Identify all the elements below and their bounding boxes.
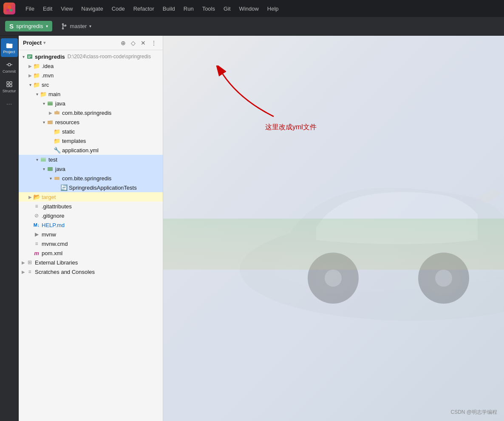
sidebar-item-project[interactable]: Project xyxy=(1,38,18,57)
test-class-icon: 🔄 xyxy=(60,184,67,191)
menu-window[interactable]: Window xyxy=(236,4,262,14)
menu-help[interactable]: Help xyxy=(264,4,282,14)
sidebar-structure-label: Structur xyxy=(3,89,16,94)
file-tree[interactable]: ▾ springredis D:\2024\class-room-code\sp… xyxy=(19,50,163,421)
static-label: static xyxy=(62,128,75,135)
com-bite-arrow: ▶ xyxy=(48,110,54,116)
java-test-label: java xyxy=(55,166,65,172)
svg-point-4 xyxy=(62,28,63,29)
panel-dropdown-icon[interactable]: ▾ xyxy=(43,40,45,45)
tree-java-main[interactable]: ▾ java xyxy=(19,99,163,108)
menu-view[interactable]: View xyxy=(57,4,76,14)
main-arrow: ▾ xyxy=(34,91,40,97)
yaml-file-icon: 🔧 xyxy=(54,147,60,154)
com-bite-label: com.bite.springredis xyxy=(62,110,111,116)
ext-libs-arrow: ▶ xyxy=(20,259,26,265)
tree-pom-xml[interactable]: ▶ m pom.xml xyxy=(19,248,163,258)
tree-java-test[interactable]: ▾ java xyxy=(19,164,163,174)
tree-main[interactable]: ▾ 📁 main xyxy=(19,89,163,99)
menu-build[interactable]: Build xyxy=(159,4,178,14)
panel-action-diamond[interactable]: ◇ xyxy=(129,39,137,47)
yml-label: application.yml xyxy=(62,147,99,154)
mvn-label: .mvn xyxy=(42,72,54,79)
svg-rect-20 xyxy=(41,158,46,162)
panel-actions: ⊕ ◇ ✕ ⋮ xyxy=(119,39,159,47)
tree-com-bite[interactable]: ▶ com.bite.springredis xyxy=(19,108,163,117)
tree-root[interactable]: ▾ springredis D:\2024\class-room-code\sp… xyxy=(19,52,163,61)
menu-git[interactable]: Git xyxy=(220,4,234,14)
tree-resources[interactable]: ▾ resources xyxy=(19,117,163,127)
gitattr-icon: ≡ xyxy=(33,203,40,210)
root-name: springredis xyxy=(35,54,65,60)
tree-templates[interactable]: ▶ 📁 templates xyxy=(19,136,163,145)
menu-code[interactable]: Code xyxy=(108,4,128,14)
tree-mvn[interactable]: ▶ 📁 .mvn xyxy=(19,71,163,80)
src-folder-icon: 📁 xyxy=(33,81,40,88)
ext-libs-icon: ⊞ xyxy=(26,259,33,266)
gitignore-icon: ⊘ xyxy=(33,212,40,219)
mvnw-icon: ▶ xyxy=(33,231,40,238)
menu-run[interactable]: Run xyxy=(180,4,197,14)
gitignore-label: .gitignore xyxy=(42,213,64,219)
svg-rect-15 xyxy=(28,56,31,57)
tree-scratches[interactable]: ▶ ≡ Scratches and Consoles xyxy=(19,267,163,276)
svg-rect-13 xyxy=(7,85,9,87)
tree-mvnw[interactable]: ▶ ▶ mvnw xyxy=(19,230,163,239)
target-label: target xyxy=(42,194,56,200)
sidebar-item-commit[interactable]: Commit xyxy=(1,58,18,77)
idea-arrow: ▶ xyxy=(27,63,33,69)
menu-edit[interactable]: Edit xyxy=(40,4,56,14)
root-path: D:\2024\class-room-code\springredis xyxy=(68,54,151,60)
project-dropdown-icon: ▾ xyxy=(46,24,48,28)
svg-rect-17 xyxy=(48,102,53,105)
tree-gitignore[interactable]: ▶ ⊘ .gitignore xyxy=(19,211,163,220)
tree-idea[interactable]: ▶ 📁 .idea xyxy=(19,61,163,71)
menu-file[interactable]: File xyxy=(22,4,38,14)
menu-navigate[interactable]: Navigate xyxy=(78,4,106,14)
scratches-arrow: ▶ xyxy=(20,269,26,275)
folder-icon xyxy=(5,41,14,49)
project-selector[interactable]: S springredis ▾ xyxy=(5,21,52,31)
menu-tools[interactable]: Tools xyxy=(199,4,218,14)
svg-point-29 xyxy=(435,270,452,287)
idea-label: .idea xyxy=(42,63,54,69)
tree-help-md[interactable]: ▶ M↓ HELP.md xyxy=(19,220,163,230)
panel-action-crosshair[interactable]: ⊕ xyxy=(119,39,127,47)
svg-point-3 xyxy=(62,23,63,25)
help-md-label: HELP.md xyxy=(42,222,65,228)
svg-point-7 xyxy=(8,63,11,66)
tree-gitattributes[interactable]: ▶ ≡ .gitattributes xyxy=(19,202,163,211)
tree-test[interactable]: ▾ test xyxy=(19,155,163,164)
menu-refactor[interactable]: Refactor xyxy=(130,4,158,14)
tree-target[interactable]: ▶ 📂 target xyxy=(19,192,163,202)
test-label: test xyxy=(48,156,57,163)
mvn-folder-icon: 📁 xyxy=(33,72,40,79)
panel-action-menu[interactable]: ⋮ xyxy=(149,39,159,47)
project-panel: Project ▾ ⊕ ◇ ✕ ⋮ ▾ springredis D:\2024\… xyxy=(19,36,163,421)
svg-point-26 xyxy=(325,270,342,287)
project-name: springredis xyxy=(16,23,43,29)
branch-dropdown-icon: ▾ xyxy=(89,24,91,28)
package-icon xyxy=(54,109,60,116)
tree-app-tests[interactable]: ▶ 🔄 SpringredisApplicationTests xyxy=(19,183,163,192)
tree-static[interactable]: ▶ 📁 static xyxy=(19,127,163,136)
branch-selector[interactable]: master ▾ xyxy=(61,23,92,30)
tree-external-libs[interactable]: ▶ ⊞ External Libraries xyxy=(19,258,163,267)
mvnw-cmd-label: mvnw.cmd xyxy=(42,241,68,247)
com-bite-test-arrow: ▾ xyxy=(48,175,54,181)
scratches-icon: ≡ xyxy=(26,268,33,275)
target-folder-icon: 📂 xyxy=(33,193,40,200)
java-test-source-icon xyxy=(47,165,54,172)
tree-com-bite-test[interactable]: ▾ com.bite.springredis xyxy=(19,174,163,183)
tree-src[interactable]: ▾ 📁 src xyxy=(19,80,163,89)
static-folder-icon: 📁 xyxy=(54,128,60,135)
panel-action-close[interactable]: ✕ xyxy=(139,39,147,47)
sidebar-more[interactable]: ··· xyxy=(3,97,15,111)
menu-bar: File Edit View Navigate Code Refactor Bu… xyxy=(22,4,282,14)
tree-application-yml[interactable]: ▶ 🔧 application.yml xyxy=(19,145,163,155)
sidebar-item-structure[interactable]: Structur xyxy=(1,77,18,96)
app-tests-label: SpringredisApplicationTests xyxy=(69,185,137,191)
java-main-label: java xyxy=(55,100,65,107)
app-logo xyxy=(3,3,15,14)
tree-mvnw-cmd[interactable]: ▶ ≡ mvnw.cmd xyxy=(19,239,163,248)
